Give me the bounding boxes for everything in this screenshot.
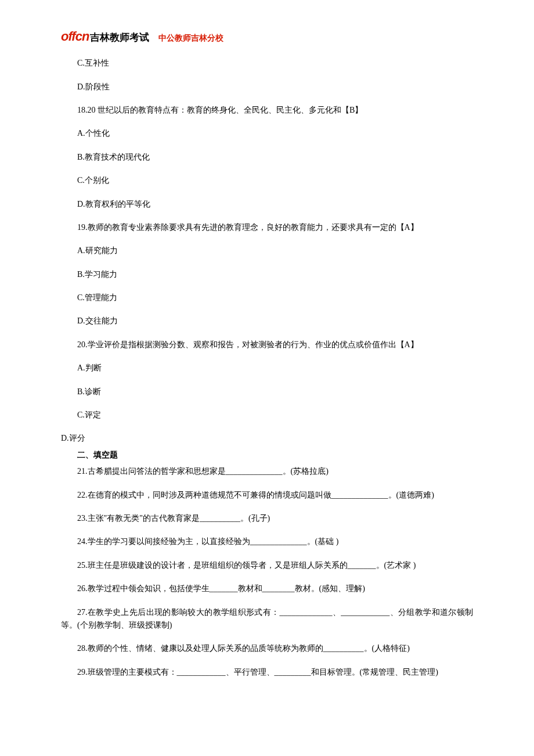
text-line: 27.在教学史上先后出现的影响较大的教学组织形式有：_____________、…: [61, 606, 473, 632]
text-line: 28.教师的个性、情绪、健康以及处理人际关系的品质等统称为教师的________…: [61, 642, 473, 655]
text-line: 29.班级管理的主要模式有：____________、平行管理、________…: [61, 666, 473, 679]
text-line: C.个别化: [61, 174, 473, 187]
text-line: 18.20 世纪以后的教育特点有：教育的终身化、全民化、民主化、多元化和【B】: [61, 104, 473, 117]
logo: offcn 吉林教师考试: [61, 26, 149, 46]
text-line: D.教育权利的平等化: [61, 198, 473, 211]
text-line: D.阶段性: [61, 81, 473, 93]
text-line: 19.教师的教育专业素养除要求具有先进的教育理念，良好的教育能力，还要求具有一定…: [61, 221, 473, 234]
text-line: 22.在德育的模式中，同时涉及两种道德规范不可兼得的情境或问题叫做_______…: [61, 489, 473, 502]
text-line: C.评定: [61, 409, 473, 422]
text-line: D.评分: [61, 432, 473, 445]
text-line: 24.学生的学习要以间接经验为主，以直接经验为______________。(基…: [61, 535, 473, 548]
logo-chinese-text: 吉林教师考试: [90, 30, 149, 45]
text-line: 20.学业评价是指根据测验分数、观察和报告，对被测验者的行为、作业的优点或价值作…: [61, 339, 473, 351]
text-line: 26.教学过程中领会知识，包括使学生_______教材和________教材。(…: [61, 582, 473, 595]
text-line: 21.古希腊提出问答法的哲学家和思想家是______________。(苏格拉底…: [61, 465, 473, 478]
text-line: 二、填空题: [61, 449, 473, 462]
page-header: offcn 吉林教师考试 中公教师吉林分校: [61, 26, 473, 46]
text-line: C.管理能力: [61, 291, 473, 304]
document-body: C.互补性D.阶段性18.20 世纪以后的教育特点有：教育的终身化、全民化、民主…: [61, 57, 473, 679]
text-line: B.学习能力: [61, 268, 473, 281]
text-line: A.研究能力: [61, 244, 473, 257]
text-line: A.判断: [61, 362, 473, 375]
text-line: 25.班主任是班级建设的设计者，是班组组织的领导者，又是班组人际关系的_____…: [61, 559, 473, 572]
text-line: C.互补性: [61, 57, 473, 70]
text-line: 23.主张"有教无类"的古代教育家是__________。(孔子): [61, 512, 473, 525]
text-line: B.诊断: [61, 386, 473, 398]
text-line: B.教育技术的现代化: [61, 151, 473, 164]
text-line: A.个性化: [61, 127, 473, 140]
header-subtitle: 中公教师吉林分校: [158, 31, 223, 44]
logo-offcn-text: offcn: [61, 26, 89, 46]
text-line: D.交往能力: [61, 315, 473, 327]
